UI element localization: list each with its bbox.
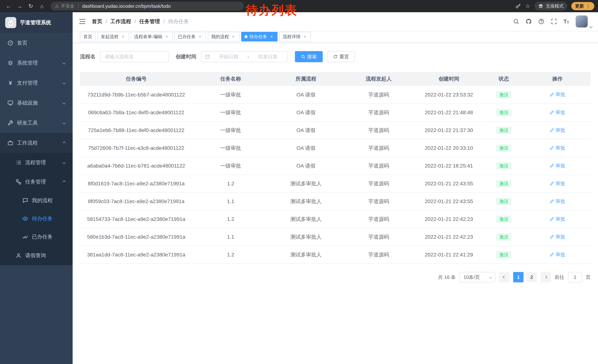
table-row: 381aa1dd-7ac8-11ec-a9e2-a2380e71991a1.2测…	[80, 246, 590, 264]
edit-icon	[550, 163, 554, 168]
approve-label: 审批	[556, 145, 565, 151]
cell-process: 测试多审批人	[269, 210, 343, 228]
cell-actions: 审批	[524, 121, 590, 139]
status-badge: 激活	[496, 233, 512, 241]
cell-task-id: a6aba0a4-7b6d-11ec-b781-acde48001122	[80, 157, 192, 175]
approve-link[interactable]: 审批	[550, 216, 565, 222]
sidebar-item-my-process[interactable]: 我的流程	[0, 191, 73, 210]
approve-link[interactable]: 审批	[550, 198, 565, 205]
table-row: 58154733-7ac8-11ec-a9e2-a2380e71991a1.2测…	[80, 210, 590, 228]
cell-process: 测试多审批人	[269, 193, 343, 210]
tag-item[interactable]: 首页	[80, 32, 96, 41]
approve-link[interactable]: 审批	[550, 127, 565, 133]
calendar-icon	[205, 54, 210, 59]
col-status: 状态	[483, 72, 524, 86]
goto-page-input[interactable]	[568, 272, 582, 282]
page-size-select[interactable]: 10条/页	[459, 272, 495, 282]
page-content: 流程名 创建时间 开始日期 - 结束日期 搜索 重	[73, 43, 598, 364]
sidebar-item-done-task[interactable]: 已办任务	[0, 228, 73, 246]
status-badge: 激活	[496, 198, 512, 205]
approve-link[interactable]: 审批	[550, 162, 565, 169]
sidebar-item-task-manage[interactable]: 任务管理	[0, 172, 73, 191]
cell-actions: 审批	[524, 157, 590, 175]
tag-close-icon[interactable]: ×	[164, 34, 169, 39]
tag-item[interactable]: 已办任务×	[174, 32, 206, 41]
avatar[interactable]	[575, 15, 588, 28]
monitor-icon	[8, 100, 13, 106]
sidebar-item-infra[interactable]: 基础设施	[0, 93, 73, 113]
sidebar-item-leave-query[interactable]: 请假查询	[0, 246, 73, 265]
approve-link[interactable]: 审批	[550, 145, 565, 151]
tag-close-icon[interactable]: ×	[269, 34, 274, 39]
bookmark-star-icon[interactable]: ☆	[525, 3, 530, 9]
cell-task-name: 1.1	[192, 228, 269, 246]
cell-starter: 芋道源码	[343, 175, 415, 193]
next-page-button[interactable]	[540, 272, 551, 282]
app-logo[interactable]: 芋道管理系统	[0, 12, 73, 33]
chevron-down-icon	[63, 101, 66, 105]
task-table: 任务编号 任务名称 所属流程 流程发起人 创建时间 状态 操作 73211d9d…	[80, 72, 590, 264]
breadcrumb-home[interactable]: 首页	[92, 18, 102, 25]
user-menu[interactable]	[575, 15, 592, 28]
sidebar-collapse-icon[interactable]	[79, 18, 86, 25]
page-buttons: 12	[513, 272, 537, 282]
sidebar-item-system[interactable]: 系统管理	[0, 53, 73, 73]
key-icon[interactable]	[515, 3, 521, 9]
tag-item[interactable]: 发起流程×	[98, 32, 129, 41]
fullscreen-icon[interactable]	[551, 18, 557, 25]
approve-link[interactable]: 审批	[550, 251, 565, 258]
process-name-input[interactable]	[100, 51, 169, 62]
sidebar-item-todo-task[interactable]: 待办任务	[0, 210, 73, 228]
sidebar-item-process-manage[interactable]: 流程管理	[0, 153, 73, 172]
prev-page-button[interactable]	[499, 272, 509, 282]
sidebar-item-payment[interactable]: ¥ 支付管理	[0, 73, 73, 93]
approve-link[interactable]: 审批	[550, 91, 565, 98]
home-button[interactable]: ⌂	[37, 1, 47, 11]
eye-icon	[22, 216, 28, 222]
tag-close-icon[interactable]: ×	[302, 34, 307, 39]
page-button-2[interactable]: 2	[526, 272, 537, 282]
tags-view: 首页发起流程×流程表单-编辑×已办任务×我的流程×待办任务×流程详情×	[73, 31, 598, 43]
status-badge: 激活	[496, 162, 512, 170]
tag-item[interactable]: 流程详情×	[279, 32, 311, 41]
sidebar-item-workflow[interactable]: 工作流程	[0, 133, 73, 153]
tag-close-icon[interactable]: ×	[231, 34, 236, 39]
kebab-menu-icon[interactable]: ⋮	[586, 4, 590, 8]
address-bar[interactable]: ⚠ 不安全 dashboard.yudao.iocoder.cn/bpm/tas…	[50, 2, 244, 11]
cell-starter: 芋道源码	[343, 121, 415, 139]
search-icon[interactable]	[513, 18, 519, 25]
reload-button[interactable]: ↻	[26, 1, 36, 11]
cell-status: 激活	[483, 210, 524, 228]
approve-link[interactable]: 审批	[550, 234, 565, 240]
cell-process: 测试多审批人	[269, 246, 343, 264]
tag-item[interactable]: 流程表单-编辑×	[131, 32, 173, 41]
update-button[interactable]: 更新 ⋮	[571, 2, 594, 10]
incognito-icon	[538, 3, 544, 9]
date-range-picker[interactable]: 开始日期 - 结束日期	[201, 51, 288, 62]
sidebar-item-devtools[interactable]: 研发工具	[0, 113, 73, 133]
cell-task-name: 1.2	[192, 246, 269, 264]
breadcrumb-task-manage[interactable]: 任务管理	[139, 18, 160, 25]
cell-starter: 芋道源码	[343, 210, 415, 228]
double-check-icon	[22, 234, 28, 240]
font-size-icon[interactable]: TT	[563, 18, 569, 25]
help-icon[interactable]	[538, 18, 544, 25]
approve-link[interactable]: 审批	[550, 180, 565, 187]
cell-process: OA 请假	[269, 86, 343, 104]
back-button[interactable]: ←	[4, 1, 13, 11]
total-count: 共 16 条	[438, 274, 456, 281]
cell-create-time: 2022-01-22 18:25:41	[415, 157, 483, 175]
search-button[interactable]: 搜索	[295, 51, 323, 62]
tag-item[interactable]: 我的流程×	[208, 32, 239, 41]
sidebar-item-home[interactable]: 首页	[0, 33, 73, 53]
forward-button[interactable]: →	[15, 1, 25, 11]
tag-close-icon[interactable]: ×	[198, 34, 203, 39]
page-button-1[interactable]: 1	[513, 272, 523, 282]
tag-item[interactable]: 待办任务×	[241, 32, 277, 41]
github-icon[interactable]	[526, 18, 532, 25]
tag-close-icon[interactable]: ×	[120, 34, 126, 39]
breadcrumb-workflow[interactable]: 工作流程	[110, 18, 131, 25]
tag-label: 已办任务	[178, 34, 196, 40]
reset-button[interactable]: 重置	[327, 51, 355, 62]
approve-link[interactable]: 审批	[550, 109, 565, 116]
